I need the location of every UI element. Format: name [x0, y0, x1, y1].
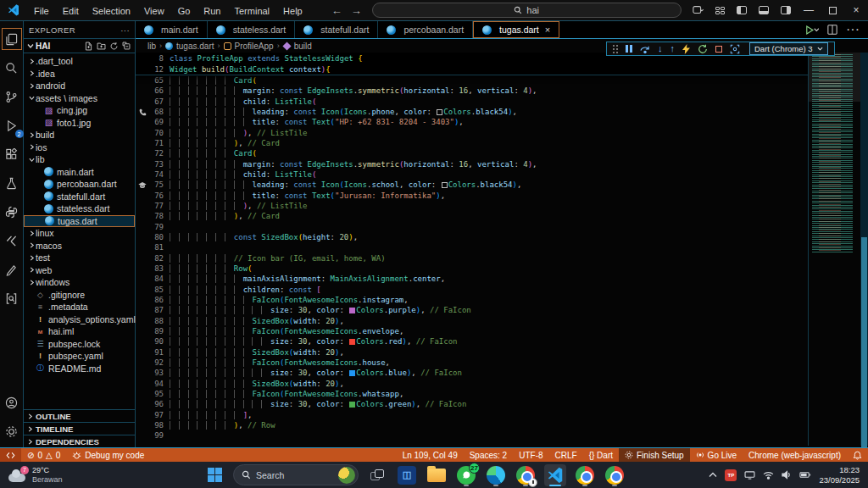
task-view-button[interactable] [366, 464, 388, 486]
code-editor[interactable]: 8class ProfileApp extends StatelessWidge… [136, 53, 808, 446]
breadcrumb-item[interactable]: build [294, 42, 312, 51]
code-line-76[interactable]: 76title: const Text("Jurusan: Informatik… [136, 191, 808, 201]
maximize-button[interactable] [821, 0, 844, 21]
tree-item-pubspec.lock[interactable]: ☰pubspec.lock [24, 338, 135, 351]
tree-item-lib[interactable]: lib [24, 153, 135, 166]
code-line-73[interactable]: 73margin: const EdgeInsets.symmetric(hor… [136, 159, 808, 169]
menu-help[interactable]: Help [276, 3, 309, 19]
tab-stateless.dart[interactable]: stateless.dart [208, 21, 295, 38]
edge-button[interactable] [485, 464, 507, 486]
code-line-93[interactable]: 93size: 30, color: Colors.blue), // FaIc… [136, 368, 808, 378]
tree-item-web[interactable]: web [24, 264, 135, 277]
color-decorator[interactable] [349, 308, 355, 313]
code-line-86[interactable]: 86FaIcon(FontAwesomeIcons.instagram, [136, 295, 808, 305]
tab-tugas.dart[interactable]: tugas.dart× [473, 21, 559, 38]
blue-app-button[interactable]: ◫ [396, 464, 418, 486]
activity-source-control[interactable] [2, 86, 22, 108]
code-line-97[interactable]: 97], [136, 410, 808, 420]
step-out-icon[interactable]: ↑ [670, 44, 676, 53]
code-line-94[interactable]: 94SizedBox(width: 20), [136, 379, 808, 389]
toggle-primary-sidebar-icon[interactable] [731, 2, 753, 19]
whatsapp-button[interactable]: 27 [455, 464, 477, 486]
color-decorator[interactable] [349, 402, 355, 408]
menu-view[interactable]: View [137, 3, 171, 19]
copilot-menu-icon[interactable] [688, 2, 709, 19]
tree-item-assets-images[interactable]: assets \ images [24, 92, 135, 105]
activity-run-debug[interactable]: 2 [2, 114, 22, 136]
menu-terminal[interactable]: Terminal [228, 3, 277, 19]
explorer-more-actions-icon[interactable]: ··· [120, 25, 130, 35]
color-decorator[interactable] [437, 109, 442, 115]
menu-file[interactable]: File [27, 3, 56, 19]
tree-item-README.md[interactable]: ⓘREADME.md [24, 363, 135, 375]
debug-device-selector[interactable]: Dart (Chrome) 3 [749, 42, 828, 55]
status-eol[interactable]: CRLF [549, 448, 583, 462]
panel-outline[interactable]: OUTLINE [24, 409, 135, 422]
tree-item-macos[interactable]: macos [24, 240, 135, 252]
run-or-debug-icon[interactable] [805, 25, 819, 35]
tree-item-linux[interactable]: linux [24, 227, 135, 240]
step-over-icon[interactable] [640, 45, 650, 53]
tree-item-hai.iml[interactable]: ᴍhai.iml [24, 325, 135, 338]
refresh-icon[interactable] [109, 42, 119, 51]
tree-item-.metadata[interactable]: ≡.metadata [24, 301, 135, 313]
customize-layout-icon[interactable] [709, 2, 731, 19]
notifications-bell-icon[interactable] [847, 448, 868, 462]
tree-item-analysis-options.yaml[interactable]: !analysis_options.yaml [24, 313, 135, 326]
code-line-84[interactable]: 84mainAxisAlignment: MainAxisAlignment.c… [136, 274, 808, 284]
file-explorer-button[interactable] [426, 464, 448, 486]
panel-dependencies[interactable]: DEPENDENCIES [24, 435, 135, 447]
stop-icon[interactable] [715, 46, 722, 53]
tray-display-icon[interactable] [744, 471, 755, 480]
breadcrumb-item[interactable]: ProfileApp [235, 42, 274, 51]
tree-item-stateless.dart[interactable]: stateless.dart [24, 202, 135, 215]
minimap[interactable] [808, 53, 860, 446]
status-go-live[interactable]: Go Live [690, 448, 743, 462]
minimize-button[interactable]: — [797, 0, 821, 21]
code-line-88[interactable]: 88SizedBox(width: 20), [136, 316, 808, 326]
code-line-72[interactable]: 72Card( [136, 148, 808, 158]
code-line-89[interactable]: 89FaIcon(FontAwesomeIcons.envelope, [136, 326, 808, 336]
workspace-section-header[interactable]: HAI [24, 38, 135, 53]
taskbar-search[interactable]: Search [233, 464, 359, 485]
vscode-taskbar-button[interactable] [544, 464, 566, 486]
status-cursor-position[interactable]: Ln 109, Col 49 [397, 448, 464, 462]
color-decorator[interactable] [442, 182, 448, 188]
tab-statefull.dart[interactable]: statefull.dart [295, 21, 378, 38]
code-line-96[interactable]: 96size: 30, color: Colors.green), // FaI… [136, 399, 808, 409]
code-line-71[interactable]: 71), // Card [136, 138, 808, 148]
tray-clock[interactable]: 18:23 23/09/2025 [819, 465, 860, 485]
activity-project-tools[interactable] [2, 258, 22, 280]
tab-percobaan.dart[interactable]: percobaan.dart [378, 21, 473, 38]
tray-red-app-icon[interactable]: TP [725, 469, 737, 481]
battery-icon[interactable] [799, 471, 811, 479]
tree-item-foto1.jpg[interactable]: ▨foto1.jpg [24, 117, 135, 130]
menu-run[interactable]: Run [197, 3, 227, 19]
hot-reload-icon[interactable] [682, 44, 690, 54]
code-line-70[interactable]: 70), // ListTile [136, 128, 808, 138]
tree-item-percobaan.dart[interactable]: percobaan.dart [24, 178, 135, 191]
tree-item-build[interactable]: build [24, 129, 135, 141]
problems-indicator[interactable]: ⊘0 △0 [21, 448, 66, 462]
code-line-68[interactable]: 68leading: const Icon(Icons.phone, color… [136, 107, 808, 117]
account-icon[interactable] [2, 391, 22, 413]
collapse-all-icon[interactable] [122, 42, 131, 51]
chrome-clock-button[interactable] [515, 464, 537, 486]
status-debug-target[interactable]: Chrome (web-javascript) [743, 448, 847, 462]
code-line-85[interactable]: 85children: const [ [136, 285, 808, 295]
activity-extensions[interactable] [2, 143, 22, 165]
volume-icon[interactable] [782, 470, 792, 480]
restart-icon[interactable] [698, 44, 708, 54]
close-button[interactable]: × [844, 0, 868, 21]
nav-forward-icon[interactable]: → [351, 4, 362, 17]
activity-testing[interactable] [2, 172, 22, 194]
menu-edit[interactable]: Edit [56, 3, 86, 19]
code-line-99[interactable]: 99 [136, 430, 808, 441]
tree-item-cing.jpg[interactable]: ▨cing.jpg [24, 104, 135, 117]
menu-selection[interactable]: Selection [86, 3, 137, 19]
split-editor-icon[interactable] [827, 25, 837, 35]
code-line-81[interactable]: 81 [136, 242, 808, 252]
activity-search[interactable] [2, 57, 22, 79]
close-tab-icon[interactable]: × [545, 25, 550, 35]
code-line-95[interactable]: 95FaIcon(FontAwesomeIcons.whatsapp, [136, 389, 808, 399]
